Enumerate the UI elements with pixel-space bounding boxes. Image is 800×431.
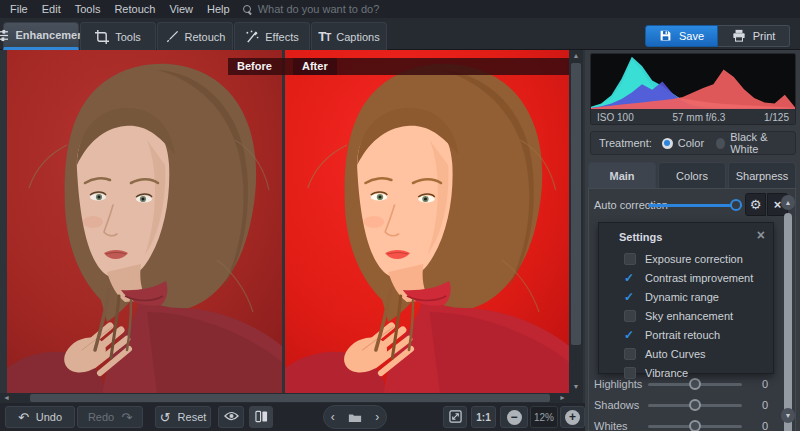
slider-value: 0	[753, 399, 777, 411]
crop-icon	[95, 30, 109, 44]
slider-label: Shadows	[594, 399, 639, 411]
panel-scroll-down-button[interactable]: ▼	[781, 408, 795, 423]
menu-view[interactable]: View	[162, 3, 200, 15]
search-icon	[243, 5, 252, 14]
settings-option-vibrance[interactable]: Vibrance	[599, 363, 775, 382]
auto-correction-knob[interactable]	[730, 199, 742, 211]
print-button[interactable]: Print	[718, 25, 790, 47]
checkmark-icon: ✓	[624, 291, 636, 303]
tab-retouch[interactable]: Retouch	[157, 22, 233, 50]
before-after-icon	[255, 410, 268, 425]
menu-help[interactable]: Help	[200, 3, 237, 15]
menu-tools[interactable]: Tools	[68, 3, 108, 15]
settings-option-label: Portrait retouch	[645, 329, 720, 341]
checkbox-unchecked-icon	[624, 253, 636, 265]
plus-icon: +	[565, 410, 580, 425]
checkmark-icon: ✓	[624, 272, 636, 284]
shadows-slider-track[interactable]	[648, 404, 742, 407]
settings-option-contrast-improvement[interactable]: ✓Contrast improvement	[599, 268, 775, 287]
settings-option-auto-curves[interactable]: Auto Curves	[599, 344, 775, 363]
scrollbar-corner	[569, 393, 583, 403]
scroll-up-icon[interactable]: ▲	[569, 50, 583, 62]
printer-icon	[732, 29, 746, 44]
panel-tab-sharpness[interactable]: Sharpness	[728, 162, 796, 189]
scroll-right-icon[interactable]: ►	[556, 393, 569, 403]
settings-option-exposure-correction[interactable]: Exposure correction	[599, 249, 775, 268]
shadows-slider-knob[interactable]	[689, 399, 701, 411]
whites-slider-track[interactable]	[648, 425, 742, 428]
zoom-actual-size-button[interactable]: 1:1	[471, 406, 496, 428]
shutter-value: 1/125	[764, 112, 789, 123]
tab-enhancement[interactable]: Enhancement	[3, 22, 79, 50]
menu-edit[interactable]: Edit	[35, 3, 68, 15]
menu-retouch[interactable]: Retouch	[107, 3, 162, 15]
preview-original-button[interactable]	[218, 406, 244, 428]
auto-correction-slider[interactable]	[648, 194, 742, 216]
before-label: Before	[228, 58, 579, 75]
panel-scroll-up-button[interactable]: ▲	[781, 195, 795, 210]
menu-file[interactable]: File	[3, 3, 35, 15]
settings-option-portrait-retouch[interactable]: ✓Portrait retouch	[599, 325, 775, 344]
zoom-out-button[interactable]: −	[500, 406, 528, 428]
open-folder-button[interactable]	[348, 412, 362, 423]
settings-option-label: Sky enhancement	[645, 310, 733, 322]
treatment-option-black-white[interactable]: Black & White	[716, 131, 787, 155]
eye-icon	[224, 411, 239, 423]
settings-option-sky-enhancement[interactable]: Sky enhancement	[599, 306, 775, 325]
tab-tools[interactable]: Tools	[80, 22, 156, 50]
treatment-label: Treatment:	[599, 137, 652, 149]
redo-label: Redo	[88, 411, 114, 423]
checkbox-unchecked-icon	[624, 310, 636, 322]
print-label: Print	[753, 30, 776, 42]
scroll-down-icon[interactable]: ▼	[569, 381, 583, 393]
reset-label: Reset	[178, 411, 207, 423]
previous-photo-button[interactable]: ‹	[331, 411, 335, 423]
histogram-panel: ISO 100 57 mm f/6.3 1/125	[590, 53, 796, 125]
horizontal-scroll-thumb[interactable]	[30, 394, 550, 402]
save-button[interactable]: Save	[645, 25, 718, 47]
slider-label: Whites	[594, 420, 628, 431]
tab-label: Captions	[336, 31, 379, 43]
minus-icon: −	[507, 410, 522, 425]
slider-row-whites: Whites0	[585, 416, 800, 431]
zoom-in-button[interactable]: +	[560, 406, 585, 428]
redo-button[interactable]: Redo ↷	[77, 406, 143, 428]
brush-icon	[165, 30, 179, 44]
slider-value: 0	[753, 420, 777, 431]
settings-close-icon[interactable]: ×	[757, 227, 765, 243]
horizontal-scrollbar[interactable]: ◄ ►	[0, 393, 569, 403]
checkbox-unchecked-icon	[624, 367, 636, 379]
iso-value: ISO 100	[597, 112, 634, 123]
vertical-scrollbar[interactable]: ▲ ▼	[569, 50, 583, 393]
panel-tab-label: Sharpness	[736, 170, 789, 182]
vertical-scroll-thumb[interactable]	[571, 63, 581, 345]
zoom-level-display: 12%	[530, 406, 558, 428]
panel-tab-main[interactable]: Main	[588, 162, 656, 189]
auto-correction-track[interactable]	[648, 204, 742, 207]
menu-bar: FileEditToolsRetouchViewHelp What do you…	[0, 0, 800, 18]
treatment-option-color[interactable]: Color	[662, 131, 704, 155]
settings-option-dynamic-range[interactable]: ✓Dynamic range	[599, 287, 775, 306]
next-photo-button[interactable]: ›	[375, 411, 379, 423]
checkbox-unchecked-icon	[624, 348, 636, 360]
undo-button[interactable]: ↶ Undo	[5, 406, 75, 428]
tab-label: Tools	[115, 31, 141, 43]
tab-effects[interactable]: Effects	[234, 22, 310, 50]
fit-to-screen-button[interactable]	[443, 406, 467, 428]
sliders-icon	[0, 29, 9, 42]
close-icon: ×	[774, 197, 782, 212]
highlights-slider-track[interactable]	[648, 383, 742, 386]
panel-tab-colors[interactable]: Colors	[658, 162, 726, 189]
whites-slider-knob[interactable]	[689, 420, 701, 431]
auto-correction-settings-button[interactable]: ⚙	[745, 193, 766, 216]
photo-after	[285, 50, 569, 393]
search-placeholder: What do you want to do?	[258, 3, 380, 15]
tab-captions[interactable]: TTCaptions	[311, 22, 387, 50]
radio-icon	[662, 138, 673, 149]
search-input[interactable]: What do you want to do?	[243, 3, 380, 15]
reset-button[interactable]: ↺ Reset	[155, 406, 211, 428]
compare-view-button[interactable]	[249, 406, 273, 428]
tab-label: Retouch	[185, 31, 226, 43]
panel-scroll-thumb[interactable]	[784, 213, 792, 431]
scroll-left-icon[interactable]: ◄	[0, 393, 13, 403]
